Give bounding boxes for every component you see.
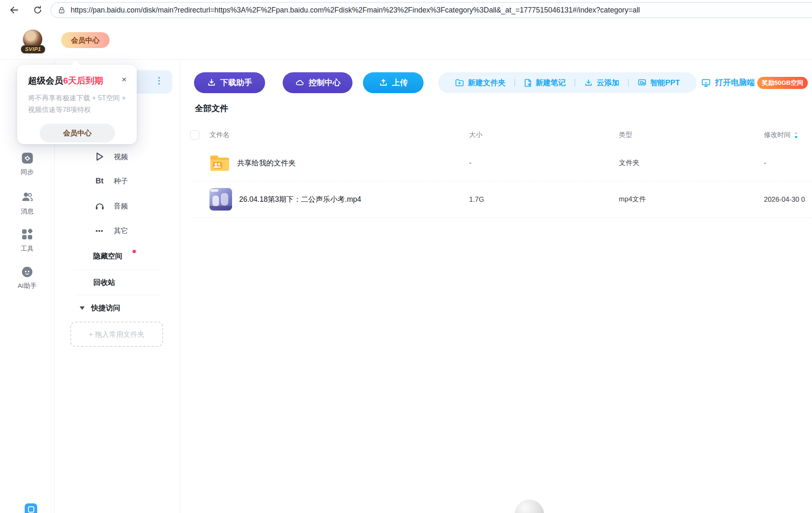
video-thumbnail <box>209 188 232 211</box>
svip-badge: SVIP1 <box>21 45 45 53</box>
cloud-add-icon <box>584 79 593 87</box>
sort-arrows-icon[interactable] <box>794 131 799 139</box>
new-note-icon <box>524 79 532 87</box>
rail-item-label: AI助手 <box>18 282 37 290</box>
download-icon <box>207 78 216 87</box>
ai-assistant-icon <box>21 266 33 278</box>
sidebar-item-label: 视频 <box>114 152 128 162</box>
sidebar-item-audio[interactable]: 音频 <box>94 201 128 211</box>
select-all-checkbox[interactable] <box>190 130 199 140</box>
cloud-icon <box>295 78 305 87</box>
sidebar-item-bt[interactable]: Bt 种子 <box>94 176 128 186</box>
popup-vip-center-button[interactable]: 会员中心 <box>40 124 115 142</box>
back-icon <box>9 5 20 15</box>
browser-reload-button[interactable] <box>30 3 45 18</box>
column-header-modified[interactable]: 修改时间 <box>764 131 791 140</box>
reward-space-badge[interactable]: 奖励50GB空间 <box>757 77 808 89</box>
file-name[interactable]: 共享给我的文件夹 <box>237 158 296 168</box>
sync-icon <box>21 152 33 164</box>
ellipsis-icon: ••• <box>94 227 105 234</box>
file-size: 1.7G <box>469 196 484 203</box>
client-promo-glyph <box>28 506 34 513</box>
table-row[interactable]: 26.04.18第3期下：二公声乐小考.mp4 1.7G mp4文件 2026-… <box>190 181 812 218</box>
sidebar-item-hidden-space[interactable]: 隐藏空间 <box>93 251 123 261</box>
table-row[interactable]: 共享给我的文件夹 - 文件夹 - <box>190 145 812 181</box>
column-header-name[interactable]: 文件名 <box>209 131 230 140</box>
sidebar-item-video[interactable]: 视频 <box>94 151 128 162</box>
sidebar-divider-line <box>74 269 161 270</box>
caret-down-icon <box>79 306 85 310</box>
file-name[interactable]: 26.04.18第3期下：二公声乐小考.mp4 <box>239 194 361 204</box>
popup-title: 超级会员 <box>28 75 63 86</box>
toolbar-separator <box>628 79 629 86</box>
toolbar-separator <box>514 79 515 86</box>
sidebar-item-label: 音频 <box>114 201 128 211</box>
cloud-add-label: 云添加 <box>597 78 619 88</box>
vip-center-button[interactable]: 会员中心 <box>61 32 110 48</box>
client-promo-icon[interactable] <box>25 503 37 513</box>
headphones-icon <box>94 201 105 211</box>
download-helper-label: 下载助手 <box>220 77 252 88</box>
column-header-size[interactable]: 大小 <box>469 131 483 138</box>
sidebar-quick-access[interactable]: 快捷访问 <box>79 303 120 313</box>
new-folder-button[interactable]: 新建文件夹 <box>455 78 506 88</box>
browser-back-button[interactable] <box>7 3 22 18</box>
file-type: 文件夹 <box>619 159 640 166</box>
drop-folder-hint[interactable]: + 拖入常用文件夹 <box>70 322 163 347</box>
new-note-button[interactable]: 新建笔记 <box>524 78 566 88</box>
sidebar-item-label: 种子 <box>114 176 128 186</box>
sidebar-item-label: 其它 <box>114 226 128 236</box>
notification-dot <box>133 250 136 253</box>
bt-icon: Bt <box>94 177 105 185</box>
popup-body-text: 将不再享有极速下载 + 5T空间 + 视频倍速等78项特权 <box>28 92 129 116</box>
rail-item-ai-assistant[interactable]: AI助手 <box>0 266 54 290</box>
sidebar-item-recycle-bin[interactable]: 回收站 <box>93 277 115 287</box>
close-icon[interactable]: × <box>118 75 127 84</box>
cloud-add-button[interactable]: 云添加 <box>584 78 619 88</box>
open-desktop-button[interactable]: 打开电脑端 <box>701 77 755 88</box>
address-bar[interactable]: https://pan.baidu.com/disk/main?redirect… <box>51 2 812 18</box>
lock-icon <box>58 6 66 14</box>
column-header-type[interactable]: 类型 <box>619 131 632 138</box>
rail-item-messages[interactable]: 消息 <box>0 190 54 216</box>
smart-ppt-icon <box>638 79 646 87</box>
main-toolbar: 下载助手 控制中心 上传 新建文件夹 新建笔记 <box>194 72 808 93</box>
page-title: 全部文件 <box>195 103 228 114</box>
control-center-label: 控制中心 <box>309 77 341 88</box>
reload-icon <box>33 5 43 15</box>
smart-ppt-label: 智能PPT <box>650 78 680 88</box>
rail-item-label: 消息 <box>21 207 34 216</box>
file-modified: 2026-04-30 0 <box>764 196 805 203</box>
sidebar-divider <box>180 59 180 513</box>
rail-item-tools[interactable]: 工具 <box>0 228 54 253</box>
more-options-icon[interactable]: ⋮ <box>155 76 163 86</box>
messages-people-icon <box>20 190 34 203</box>
upload-icon <box>379 78 388 87</box>
new-folder-icon <box>455 79 464 87</box>
open-desktop-label: 打开电脑端 <box>715 77 755 88</box>
quick-access-label: 快捷访问 <box>91 303 120 313</box>
action-group: 新建文件夹 新建笔记 云添加 智能PPT <box>438 72 697 93</box>
new-note-label: 新建笔记 <box>536 78 566 88</box>
smart-ppt-button[interactable]: 智能PPT <box>638 78 680 88</box>
file-modified: - <box>764 159 766 167</box>
control-center-button[interactable]: 控制中心 <box>283 72 352 93</box>
file-type: mp4文件 <box>619 195 646 203</box>
rail-item-sync[interactable]: 同步 <box>0 152 54 177</box>
vip-expiry-popup: 超级会员6天后到期 × 将不再享有极速下载 + 5T空间 + 视频倍速等78项特… <box>17 65 137 144</box>
tools-grid-icon <box>21 228 33 241</box>
assistant-sphere[interactable] <box>515 500 544 513</box>
video-play-icon <box>94 151 105 162</box>
table-header-row: 文件名 大小 类型 修改时间 <box>190 125 812 145</box>
monitor-icon <box>701 78 711 88</box>
toolbar-separator <box>575 79 575 86</box>
rail-item-label: 同步 <box>21 168 34 177</box>
sidebar-item-other[interactable]: ••• 其它 <box>94 226 128 236</box>
file-size: - <box>469 159 472 166</box>
user-avatar[interactable]: SVIP1 <box>23 29 43 53</box>
url-text: https://pan.baidu.com/disk/main?redirect… <box>71 6 640 15</box>
download-helper-button[interactable]: 下载助手 <box>194 72 265 93</box>
rail-item-label: 工具 <box>21 244 34 253</box>
upload-button[interactable]: 上传 <box>363 72 424 93</box>
browser-chrome: https://pan.baidu.com/disk/main?redirect… <box>0 0 812 20</box>
